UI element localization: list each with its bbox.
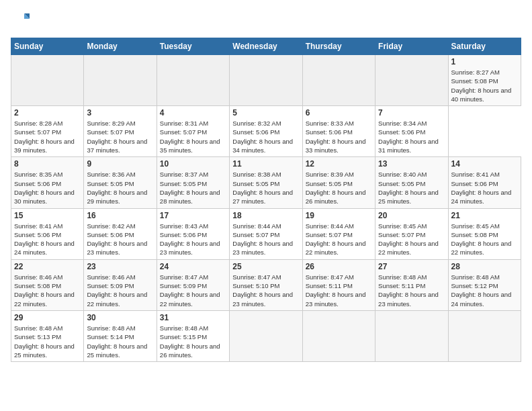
day-info: Sunrise: 8:38 AMSunset: 5:05 PMDaylight:… [232,170,299,205]
day-info: Sunrise: 8:28 AMSunset: 5:07 PMDaylight:… [14,119,81,154]
day-info: Sunrise: 8:27 AMSunset: 5:08 PMDaylight:… [451,68,518,103]
day-info: Sunrise: 8:48 AMSunset: 5:13 PMDaylight:… [14,324,81,359]
day-info: Sunrise: 8:32 AMSunset: 5:06 PMDaylight:… [232,119,299,154]
day-info: Sunrise: 8:47 AMSunset: 5:09 PMDaylight:… [160,273,226,308]
calendar-cell: 29Sunrise: 8:48 AMSunset: 5:13 PMDayligh… [11,310,84,361]
day-number: 19 [306,211,372,220]
week-row-3: 8Sunrise: 8:35 AMSunset: 5:06 PMDaylight… [11,157,521,208]
day-number: 5 [232,108,299,118]
week-row-1: 1Sunrise: 8:27 AMSunset: 5:08 PMDaylight… [11,55,521,106]
col-header-saturday: Saturday [448,38,521,55]
header [11,11,521,30]
calendar-cell: 14Sunrise: 8:41 AMSunset: 5:06 PMDayligh… [448,157,521,208]
calendar-cell [375,310,448,361]
calendar-cell [375,55,448,106]
day-info: Sunrise: 8:46 AMSunset: 5:08 PMDaylight:… [14,273,81,308]
calendar-cell: 11Sunrise: 8:38 AMSunset: 5:05 PMDayligh… [230,157,302,208]
day-number: 30 [87,313,153,322]
day-info: Sunrise: 8:43 AMSunset: 5:06 PMDaylight:… [160,222,226,257]
calendar-cell: 23Sunrise: 8:46 AMSunset: 5:09 PMDayligh… [84,259,157,310]
day-info: Sunrise: 8:48 AMSunset: 5:14 PMDaylight:… [87,324,153,359]
calendar-cell: 22Sunrise: 8:46 AMSunset: 5:08 PMDayligh… [11,259,84,310]
calendar-cell [11,55,84,106]
day-info: Sunrise: 8:47 AMSunset: 5:11 PMDaylight:… [306,273,372,308]
logo [11,11,31,30]
col-header-monday: Monday [84,38,157,55]
calendar-cell: 19Sunrise: 8:44 AMSunset: 5:07 PMDayligh… [302,208,375,259]
day-number: 24 [160,262,226,271]
col-header-friday: Friday [375,38,448,55]
col-header-thursday: Thursday [302,38,375,55]
week-row-2: 2Sunrise: 8:28 AMSunset: 5:07 PMDaylight… [11,106,521,157]
day-number: 8 [14,159,81,169]
calendar-cell: 27Sunrise: 8:48 AMSunset: 5:11 PMDayligh… [375,259,448,310]
header-row: SundayMondayTuesdayWednesdayThursdayFrid… [11,38,521,55]
calendar-cell: 28Sunrise: 8:48 AMSunset: 5:12 PMDayligh… [448,259,521,310]
day-number: 10 [160,159,226,169]
calendar-cell: 5Sunrise: 8:32 AMSunset: 5:06 PMDaylight… [230,106,302,157]
calendar-cell: 21Sunrise: 8:45 AMSunset: 5:08 PMDayligh… [448,208,521,259]
calendar-cell: 4Sunrise: 8:31 AMSunset: 5:07 PMDaylight… [157,106,229,157]
day-info: Sunrise: 8:36 AMSunset: 5:05 PMDaylight:… [87,170,153,205]
week-row-4: 15Sunrise: 8:41 AMSunset: 5:06 PMDayligh… [11,208,521,259]
day-number: 11 [232,159,299,169]
calendar-cell: 15Sunrise: 8:41 AMSunset: 5:06 PMDayligh… [11,208,84,259]
calendar-cell: 26Sunrise: 8:47 AMSunset: 5:11 PMDayligh… [302,259,375,310]
day-info: Sunrise: 8:31 AMSunset: 5:07 PMDaylight:… [160,119,226,154]
day-number: 31 [160,313,226,322]
calendar-cell [84,55,157,106]
day-number: 7 [378,108,445,118]
day-info: Sunrise: 8:33 AMSunset: 5:06 PMDaylight:… [306,119,372,154]
day-number: 27 [378,262,445,271]
day-number: 23 [87,262,153,271]
day-info: Sunrise: 8:48 AMSunset: 5:12 PMDaylight:… [451,273,518,308]
day-info: Sunrise: 8:48 AMSunset: 5:15 PMDaylight:… [160,324,226,359]
calendar-cell: 24Sunrise: 8:47 AMSunset: 5:09 PMDayligh… [157,259,229,310]
calendar-cell [230,310,302,361]
calendar-cell [302,310,375,361]
day-number: 25 [232,262,299,271]
calendar-cell: 8Sunrise: 8:35 AMSunset: 5:06 PMDaylight… [11,157,84,208]
day-number: 28 [451,262,518,271]
calendar-cell: 9Sunrise: 8:36 AMSunset: 5:05 PMDaylight… [84,157,157,208]
day-info: Sunrise: 8:45 AMSunset: 5:08 PMDaylight:… [451,222,518,257]
day-info: Sunrise: 8:29 AMSunset: 5:07 PMDaylight:… [87,119,153,154]
day-info: Sunrise: 8:37 AMSunset: 5:05 PMDaylight:… [160,170,226,205]
calendar-cell [230,55,302,106]
day-number: 17 [160,211,226,220]
day-number: 4 [160,108,226,118]
calendar-cell [448,310,521,361]
calendar-cell: 2Sunrise: 8:28 AMSunset: 5:07 PMDaylight… [11,106,84,157]
calendar-cell: 17Sunrise: 8:43 AMSunset: 5:06 PMDayligh… [157,208,229,259]
calendar-cell: 16Sunrise: 8:42 AMSunset: 5:06 PMDayligh… [84,208,157,259]
calendar-cell: 30Sunrise: 8:48 AMSunset: 5:14 PMDayligh… [84,310,157,361]
calendar-cell: 3Sunrise: 8:29 AMSunset: 5:07 PMDaylight… [84,106,157,157]
calendar-cell: 31Sunrise: 8:48 AMSunset: 5:15 PMDayligh… [157,310,229,361]
calendar-cell: 20Sunrise: 8:45 AMSunset: 5:07 PMDayligh… [375,208,448,259]
day-info: Sunrise: 8:45 AMSunset: 5:07 PMDaylight:… [378,222,445,257]
day-number: 15 [14,211,81,220]
calendar-cell: 7Sunrise: 8:34 AMSunset: 5:06 PMDaylight… [375,106,448,157]
day-number: 12 [306,159,372,169]
day-info: Sunrise: 8:41 AMSunset: 5:06 PMDaylight:… [451,170,518,205]
day-number: 3 [87,108,153,118]
day-info: Sunrise: 8:46 AMSunset: 5:09 PMDaylight:… [87,273,153,308]
col-header-sunday: Sunday [11,38,84,55]
day-info: Sunrise: 8:47 AMSunset: 5:10 PMDaylight:… [232,273,299,308]
day-number: 22 [14,262,81,271]
day-number: 20 [378,211,445,220]
day-info: Sunrise: 8:48 AMSunset: 5:11 PMDaylight:… [378,273,445,308]
day-number: 26 [306,262,372,271]
calendar-cell: 13Sunrise: 8:40 AMSunset: 5:05 PMDayligh… [375,157,448,208]
week-row-5: 22Sunrise: 8:46 AMSunset: 5:08 PMDayligh… [11,259,521,310]
calendar-cell: 25Sunrise: 8:47 AMSunset: 5:10 PMDayligh… [230,259,302,310]
day-info: Sunrise: 8:34 AMSunset: 5:06 PMDaylight:… [378,119,445,154]
day-info: Sunrise: 8:39 AMSunset: 5:05 PMDaylight:… [306,170,372,205]
calendar-cell: 12Sunrise: 8:39 AMSunset: 5:05 PMDayligh… [302,157,375,208]
calendar-table: SundayMondayTuesdayWednesdayThursdayFrid… [11,38,521,362]
calendar-cell: 6Sunrise: 8:33 AMSunset: 5:06 PMDaylight… [302,106,375,157]
day-info: Sunrise: 8:44 AMSunset: 5:07 PMDaylight:… [306,222,372,257]
day-number: 2 [14,108,81,118]
day-number: 13 [378,159,445,169]
day-number: 29 [14,313,81,322]
